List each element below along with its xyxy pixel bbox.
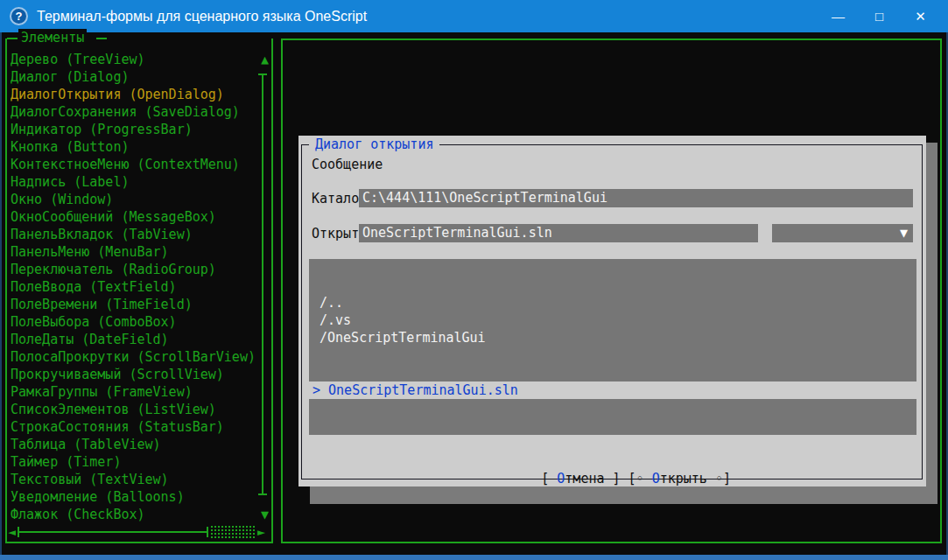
dialog-shadow <box>926 143 937 504</box>
sidebar-item[interactable]: ПанельМеню (MenuBar) <box>9 243 254 261</box>
close-button[interactable]: ✕ <box>900 0 941 32</box>
sidebar-item[interactable]: Дерево (TreeView) <box>9 51 254 68</box>
file-list-item-selected[interactable]: > OneScriptTerminalGui.sln <box>309 382 916 399</box>
filetype-combobox[interactable]: ▼ <box>772 224 913 242</box>
open-dialog: Диалог открытия Сообщение Каталог: C:\44… <box>298 136 926 486</box>
selected-file-name: OneScriptTerminalGui.sln <box>328 382 518 398</box>
sidebar-item[interactable]: РамкаГруппы (FrameView) <box>9 383 254 401</box>
hscrollbar-thumb[interactable] <box>18 531 208 533</box>
scrollbar-down-icon[interactable]: ▼ <box>261 506 269 523</box>
window-edge-bottom <box>0 555 948 560</box>
sidebar-item[interactable]: ПанельВкладок (TabView) <box>9 226 254 243</box>
sidebar-item[interactable]: Надпись (Label) <box>9 173 254 191</box>
file-list-item[interactable]: /OneScriptTerminalGui <box>309 329 916 346</box>
sidebar-item[interactable]: Окно (Window) <box>9 191 254 208</box>
open-button[interactable]: [◦ Открыть ◦] <box>628 470 731 487</box>
titlebar: ? Терминал-формы для сценарного языка On… <box>0 0 948 32</box>
sidebar-item[interactable]: Прокручиваемый (ScrollView) <box>9 366 254 383</box>
help-icon: ? <box>10 7 28 25</box>
frame-border-dash <box>7 38 18 39</box>
vscrollbar-thumb[interactable] <box>262 74 263 495</box>
sidebar-item[interactable]: Индикатор (ProgressBar) <box>9 121 254 138</box>
file-list-item[interactable]: /.. <box>309 294 916 312</box>
vscrollbar-thumb[interactable] <box>258 494 267 495</box>
sidebar-item[interactable]: ПолеВвода (TextField) <box>9 278 254 296</box>
filename-input[interactable]: OneScriptTerminalGui.sln <box>359 224 758 242</box>
scrollbar-left-icon[interactable]: ◄ <box>8 523 16 541</box>
minimize-button[interactable]: — <box>818 0 859 32</box>
sidebar-item[interactable]: СписокЭлементов (ListView) <box>9 401 254 418</box>
file-list-item[interactable]: /.vs <box>309 312 916 329</box>
window-edge-left <box>0 32 2 560</box>
window-controls: — □ ✕ <box>818 0 948 32</box>
sidebar-item[interactable]: Кнопка (Button) <box>9 138 254 156</box>
sidebar-item[interactable]: ПолеВремени (TimeField) <box>9 296 254 313</box>
sidebar-item[interactable]: СтрокаСостояния (StatusBar) <box>9 418 254 436</box>
sidebar-item[interactable]: Текстовый (TextView) <box>9 471 254 488</box>
elements-frame-title: Элементы <box>18 29 87 46</box>
sidebar-item[interactable]: Уведомление (Balloons) <box>9 488 254 506</box>
sidebar-item[interactable]: Таймер (Timer) <box>9 453 254 471</box>
sidebar-item[interactable]: Флажок (CheckBox) <box>9 506 254 523</box>
sidebar-item[interactable]: ПолеВыбора (ComboBox) <box>9 313 254 331</box>
dialog-title: Диалог открытия <box>309 136 439 153</box>
dialog-buttons: [ Отмена ][◦ Открыть ◦] <box>298 452 926 505</box>
hscrollbar-thumb[interactable] <box>207 527 208 537</box>
maximize-button[interactable]: □ <box>859 0 900 32</box>
sidebar-item[interactable]: ПолеДаты (DateField) <box>9 331 254 348</box>
selection-marker: > <box>312 382 328 398</box>
sidebar-item[interactable]: ДиалогСохранения (SaveDialog) <box>9 103 254 121</box>
hscrollbar-track[interactable] <box>210 525 256 538</box>
elements-list: Дерево (TreeView)Диалог (Dialog)ДиалогОт… <box>9 51 254 523</box>
file-list[interactable]: /../.vs/OneScriptTerminalGui > OneScript… <box>309 259 916 435</box>
sidebar-item[interactable]: ОкноСообщений (MessageBox) <box>9 208 254 226</box>
catalog-input[interactable]: C:\444\111\OneScriptTerminalGui <box>359 189 913 207</box>
sidebar-item[interactable]: КонтекстноеМеню (ContextMenu) <box>9 156 254 173</box>
scrollbar-right-icon[interactable]: ► <box>257 523 265 541</box>
sidebar-item[interactable]: Переключатель (RadioGroup) <box>9 261 254 278</box>
app-window: ? Терминал-формы для сценарного языка On… <box>0 0 948 560</box>
frame-border-dash <box>96 38 107 39</box>
dialog-message-label: Сообщение <box>312 156 383 173</box>
window-title: Терминал-формы для сценарного языка OneS… <box>37 9 367 24</box>
sidebar-item[interactable]: Диалог (Dialog) <box>9 68 254 86</box>
sidebar-item[interactable]: ПолосаПрокрутки (ScrollBarView) <box>9 348 254 366</box>
elements-frame: Элементы Дерево (TreeView)Диалог (Dialog… <box>5 38 273 543</box>
cancel-button[interactable]: [ Отмена ] <box>541 470 620 487</box>
chevron-down-icon[interactable]: ▼ <box>900 224 908 242</box>
sidebar-item[interactable]: ДиалогОткрытия (OpenDialog) <box>9 86 254 103</box>
sidebar-item[interactable]: Таблица (TableView) <box>9 436 254 453</box>
scrollbar-up-icon[interactable]: ▲ <box>261 51 269 68</box>
